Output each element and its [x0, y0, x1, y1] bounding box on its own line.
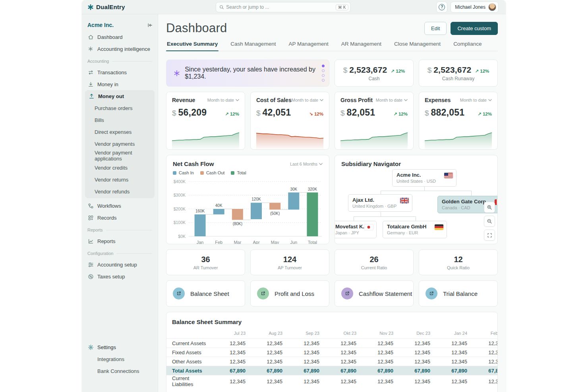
table-cell: 12,345: [366, 339, 403, 348]
report-label: Profit and Loss: [275, 290, 314, 297]
user-menu-button[interactable]: Michael Jones: [451, 2, 499, 13]
table-cell: 12,345: [403, 348, 440, 357]
company-switcher[interactable]: Acme Inc.: [87, 22, 147, 28]
sidebar-item-purchase-orders[interactable]: Purchase orders: [85, 102, 155, 114]
table-column-header: Dec 23: [403, 331, 440, 339]
sidebar-item-records[interactable]: Records: [82, 212, 158, 224]
fullscreen-button[interactable]: [484, 230, 495, 241]
sidebar-item-label: Workflows: [97, 203, 121, 209]
sidebar-item-accounting-setup[interactable]: Accounting setup: [82, 259, 158, 270]
table-cell: 67,890: [292, 366, 329, 375]
sidebar-section-accounting: Accounting: [82, 56, 158, 66]
search-input[interactable]: Search or jump to ... ⌘ K: [215, 2, 350, 12]
zoom-out-button[interactable]: [484, 216, 495, 227]
help-icon: ?: [439, 4, 445, 10]
report-link-trial-balance[interactable]: Trial Balance: [419, 280, 498, 307]
svg-text:$0K: $0K: [178, 234, 186, 239]
dot-active[interactable]: [322, 65, 325, 68]
period-selector[interactable]: Last 6 Months: [290, 162, 323, 166]
table-row: Fixed Assets12,34512,34512,34512,34512,3…: [166, 348, 498, 357]
currency-symbol: $: [256, 109, 261, 118]
sidebar-item-vendor-payments[interactable]: Vendor payments: [85, 138, 155, 150]
table-cell: 12,345: [403, 357, 440, 366]
report-label: Balance Sheet: [190, 290, 229, 297]
table-cell: 67,890: [218, 366, 255, 375]
edit-button[interactable]: Edit: [424, 22, 447, 35]
create-custom-button[interactable]: Create custom: [451, 22, 498, 35]
table-cell: 67,890: [440, 366, 477, 375]
table-cell: 12,345: [218, 348, 255, 357]
legend-item: Cash In: [173, 170, 194, 175]
report-link-balance-sheet[interactable]: Balance Sheet: [166, 280, 245, 307]
cash-runaway-delta: ↗ 12%: [475, 68, 489, 74]
row-label: Current Assets: [166, 339, 218, 348]
banner-pagination-dots[interactable]: [322, 65, 325, 82]
svg-text:$400K: $400K: [174, 179, 186, 184]
sidebar-item-transactions[interactable]: Transactions: [82, 66, 158, 78]
tab-executive-summary[interactable]: Executive Summary: [166, 41, 219, 51]
table-cell: 12,345: [255, 339, 292, 348]
tab-ar-management[interactable]: AR Management: [340, 41, 382, 51]
sidebar-item-direct-expenses[interactable]: Direct expenses: [85, 126, 155, 138]
help-button[interactable]: ?: [436, 2, 447, 13]
org-node-acme[interactable]: Acme Inc. United States · USD: [392, 169, 456, 187]
kpi-period-selector[interactable]: Month to date: [376, 98, 408, 102]
dot[interactable]: [322, 74, 325, 77]
sidebar-item-bank-connections[interactable]: Bank Connections: [82, 365, 158, 377]
sidebar-item-vendor-returns[interactable]: Vendor returns: [85, 174, 155, 185]
sidebar-item-money-in[interactable]: Money in: [82, 78, 158, 90]
kpi-delta: ↗ 12%: [225, 111, 239, 117]
sidebar-item-integrations[interactable]: Integrations: [82, 353, 158, 365]
sidebar-item-settings[interactable]: Settings: [82, 341, 158, 353]
org-node-totalcare[interactable]: Totalcare GmbH Germany · EUR: [383, 221, 447, 238]
table-cell: 12,345: [366, 375, 403, 388]
sidebar-item-taxes-setup[interactable]: Taxes setup: [82, 270, 158, 282]
collapse-sidebar-icon[interactable]: [147, 22, 153, 28]
dot[interactable]: [322, 79, 325, 82]
tab-close-management[interactable]: Close Management: [393, 41, 441, 51]
table-cell: 12,345: [292, 357, 329, 366]
tab-cash-management[interactable]: Cash Management: [230, 41, 277, 51]
kpi-period-selector[interactable]: Month to date: [207, 98, 239, 102]
sidebar-section-configuration: Configuration: [82, 248, 158, 259]
kpi-value: 82,051: [347, 107, 375, 118]
kpi-period-selector[interactable]: Month to date: [460, 98, 492, 102]
svg-text:$300K: $300K: [174, 193, 186, 197]
report-link-cashflow-statement[interactable]: Cashflow Statement: [335, 280, 414, 307]
sidebar-item-accounting-intelligence[interactable]: Accounting intelligence: [82, 43, 158, 55]
sidebar-item-workflows[interactable]: Workflows: [82, 200, 158, 212]
kpi-period-selector[interactable]: Month to date: [292, 98, 323, 102]
table-cell: 12,345: [329, 348, 366, 357]
kpi-delta: ↗ 12%: [393, 111, 408, 117]
sidebar-item-vendor-payment-applications[interactable]: Vendor payment applications: [85, 150, 155, 162]
org-node-ajax[interactable]: Ajax Ltd. United Kingdom · GBP: [348, 194, 412, 212]
kpi-delta: ↘ 12%: [309, 111, 323, 117]
table-cell: 12,345: [255, 375, 292, 388]
external-link-icon: [345, 291, 350, 296]
report-link-profit-and-loss[interactable]: Profit and Loss: [250, 280, 329, 307]
tab-ap-management[interactable]: AP Management: [288, 41, 329, 51]
table-cell: 12,345: [255, 357, 292, 366]
tab-compliance[interactable]: Compliance: [453, 41, 482, 51]
dot[interactable]: [322, 70, 325, 72]
external-link-icon: [429, 291, 434, 296]
kpi-title: Cost of Sales: [256, 97, 292, 103]
sidebar-item-bills[interactable]: Bills: [85, 114, 155, 126]
org-node-movefast[interactable]: Movefast K.K. Japan · JPY: [335, 221, 377, 238]
sidebar-item-reports[interactable]: Reports: [82, 235, 158, 247]
sliders-icon: [87, 262, 94, 268]
sidebar-item-vendor-credits[interactable]: Vendor credits: [85, 162, 155, 174]
sidebar-item-money-out[interactable]: Money out: [85, 90, 155, 102]
zoom-in-button[interactable]: [484, 202, 495, 213]
ar-turnover-card: 36 AR Turnover: [166, 249, 245, 275]
top-bar: DualEntry Search or jump to ... ⌘ K ? Mi…: [82, 0, 506, 14]
user-name: Michael Jones: [455, 4, 485, 10]
sidebar-item-dashboard[interactable]: Dashboard: [82, 31, 158, 43]
row-label: Fixed Assets: [166, 348, 218, 357]
balance-sheet-summary-panel: Balance Sheet Summary Jul 23Aug 23Sep 23…: [166, 312, 498, 392]
fullscreen-icon: [487, 233, 492, 238]
sidebar-item-vendor-refunds[interactable]: Vendor refunds: [85, 185, 155, 197]
kpi-title: Revenue: [172, 97, 195, 103]
external-link-icon: [176, 291, 181, 296]
ai-insight-banner[interactable]: Since yesterday, your sales have increas…: [166, 60, 329, 87]
